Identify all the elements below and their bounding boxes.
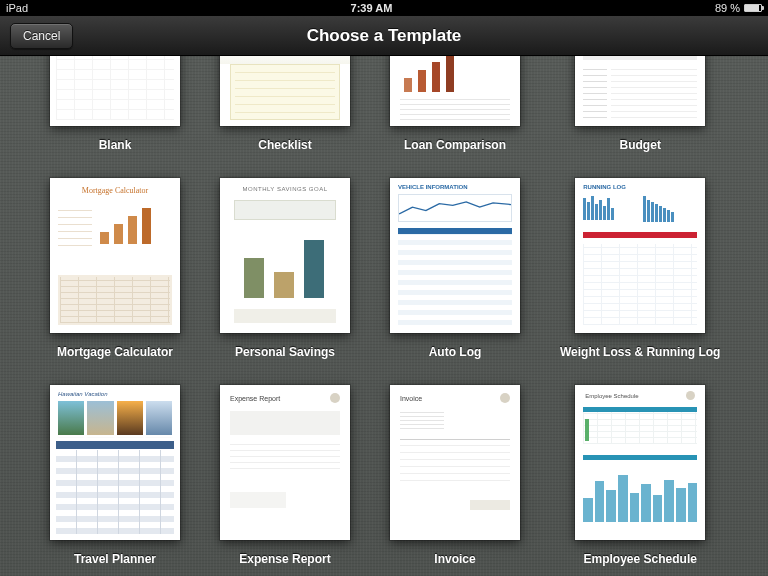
cancel-button[interactable]: Cancel xyxy=(10,23,73,49)
template-label: Travel Planner xyxy=(74,552,156,566)
template-label: Expense Report xyxy=(239,552,330,566)
template-thumb[interactable]: Mortgage Calculator xyxy=(50,178,180,333)
page-title: Choose a Template xyxy=(307,26,462,46)
template-grid[interactable]: Blank Checklist Loan Comparison Budget M… xyxy=(0,56,768,576)
template-thumb[interactable]: RUNNING LOG xyxy=(575,178,705,333)
template-travel-planner[interactable]: Hawaiian Vacation Travel Planner xyxy=(50,385,180,566)
template-checklist[interactable]: Checklist xyxy=(220,56,350,152)
template-label: Invoice xyxy=(434,552,475,566)
template-label: Mortgage Calculator xyxy=(57,345,173,359)
header-bar: Cancel Choose a Template xyxy=(0,16,768,56)
template-label: Employee Schedule xyxy=(584,552,697,566)
template-thumb[interactable]: Hawaiian Vacation xyxy=(50,385,180,540)
preview-title: Mortgage Calculator xyxy=(50,186,180,195)
template-weight-running-log[interactable]: RUNNING LOG Weight Loss & Running Log xyxy=(560,178,720,359)
template-thumb[interactable]: MONTHLY SAVINGS GOAL xyxy=(220,178,350,333)
status-right: 89 % xyxy=(715,2,762,14)
template-label: Budget xyxy=(620,138,661,152)
template-label: Blank xyxy=(99,138,132,152)
template-label: Personal Savings xyxy=(235,345,335,359)
battery-icon xyxy=(744,4,762,12)
template-loan-comparison[interactable]: Loan Comparison xyxy=(390,56,520,152)
template-thumb[interactable] xyxy=(575,56,705,126)
logo-icon xyxy=(500,393,510,403)
preview-title: Employee Schedule xyxy=(585,393,638,399)
template-thumb[interactable]: Invoice xyxy=(390,385,520,540)
template-employee-schedule[interactable]: Employee Schedule Employee Schedule xyxy=(560,385,720,566)
template-thumb[interactable] xyxy=(50,56,180,126)
preview-title: Hawaiian Vacation xyxy=(58,391,107,397)
template-expense-report[interactable]: Expense Report Expense Report xyxy=(220,385,350,566)
template-thumb[interactable] xyxy=(220,56,350,126)
template-budget[interactable]: Budget xyxy=(560,56,720,152)
status-bar: iPad 7:39 AM 89 % xyxy=(0,0,768,16)
template-blank[interactable]: Blank xyxy=(50,56,180,152)
template-personal-savings[interactable]: MONTHLY SAVINGS GOAL Personal Savings xyxy=(220,178,350,359)
logo-icon xyxy=(686,391,695,400)
template-label: Auto Log xyxy=(429,345,482,359)
status-carrier: iPad xyxy=(6,2,28,14)
battery-percent: 89 % xyxy=(715,2,740,14)
template-thumb[interactable] xyxy=(390,56,520,126)
template-mortgage-calculator[interactable]: Mortgage Calculator Mortgage Calculator xyxy=(50,178,180,359)
template-thumb[interactable]: Employee Schedule xyxy=(575,385,705,540)
template-auto-log[interactable]: VEHICLE INFORMATION Auto Log xyxy=(390,178,520,359)
preview-title: VEHICLE INFORMATION xyxy=(398,184,468,190)
template-label: Weight Loss & Running Log xyxy=(560,345,720,359)
template-label: Checklist xyxy=(258,138,311,152)
preview-title: RUNNING LOG xyxy=(583,184,626,190)
template-thumb[interactable]: Expense Report xyxy=(220,385,350,540)
preview-title: Invoice xyxy=(400,395,422,402)
preview-title: Expense Report xyxy=(230,395,280,402)
status-time: 7:39 AM xyxy=(28,2,715,14)
logo-icon xyxy=(330,393,340,403)
template-label: Loan Comparison xyxy=(404,138,506,152)
preview-title: MONTHLY SAVINGS GOAL xyxy=(220,186,350,192)
template-thumb[interactable]: VEHICLE INFORMATION xyxy=(390,178,520,333)
template-invoice[interactable]: Invoice Invoice xyxy=(390,385,520,566)
